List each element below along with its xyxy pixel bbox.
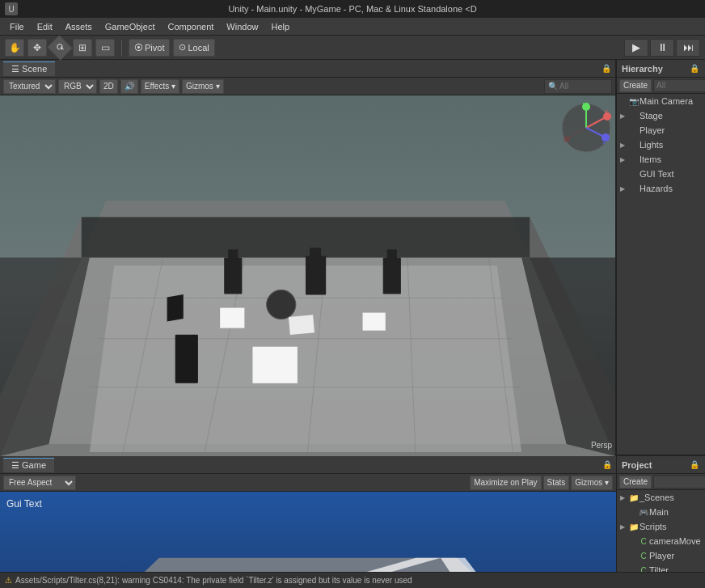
svg-rect-22 <box>383 257 401 294</box>
project-lock-icon[interactable]: 🔒 <box>689 459 700 471</box>
hierarchy-panel: Hierarchy 🔒 Create 📷 Main Camera ▶ <box>617 60 705 456</box>
tree-label: GUI Text <box>640 169 674 179</box>
folder-icon: 📁 <box>628 493 640 502</box>
scene-lock-icon[interactable]: 🔒 <box>601 63 612 74</box>
tree-item-scenes-folder[interactable]: ▶ 📁 _Scenes <box>617 490 705 505</box>
audio-toggle[interactable]: 🔊 <box>120 79 138 94</box>
tree-item-main-scene[interactable]: 🎮 Main <box>617 505 705 519</box>
color-mode-select[interactable]: RGB <box>58 79 97 94</box>
game-gizmos-btn[interactable]: Gizmos ▾ <box>571 476 613 490</box>
pause-button[interactable]: ⏸ <box>650 39 674 57</box>
step-button[interactable]: ⏭ <box>676 39 700 57</box>
hierarchy-tree: 📷 Main Camera ▶ Stage Player ▶ Lights <box>617 94 705 196</box>
local-button[interactable]: ⊙ Local <box>173 39 214 57</box>
menu-component[interactable]: Component <box>161 20 220 33</box>
search-icon: 🔍 <box>548 82 558 91</box>
tree-label: Player <box>649 551 674 561</box>
tree-item-player[interactable]: Player <box>617 123 705 137</box>
maximize-on-play-btn[interactable]: Maximize on Play <box>470 476 541 490</box>
gizmos-btn[interactable]: Gizmos ▾ <box>182 79 224 94</box>
tab-game[interactable]: ☰ Game <box>3 458 54 472</box>
folder-icon: 📁 <box>628 522 640 531</box>
main-content: ☰ Scene 🔒 Textured RGB 2D 🔊 Effects ▾ <box>0 60 705 572</box>
menu-gameobject[interactable]: GameObject <box>99 20 162 33</box>
tree-arrow: ▶ <box>620 156 628 163</box>
tree-item-hazards[interactable]: ▶ Hazards <box>617 181 705 196</box>
project-panel: Project 🔒 Create ▶ 📁 _Scenes 🎮 <box>617 456 705 577</box>
game-lock-icon[interactable]: 🔒 <box>602 459 613 471</box>
rect-tool-button[interactable]: ▭ <box>95 39 115 57</box>
hierarchy-create-btn[interactable]: Create <box>619 79 652 92</box>
svg-point-24 <box>267 290 296 319</box>
svg-rect-23 <box>387 249 397 259</box>
project-title: Project <box>622 460 652 470</box>
tree-label: Main <box>649 507 669 517</box>
persp-label: Persp <box>591 441 612 450</box>
svg-text:z: z <box>602 138 606 146</box>
pivot-button[interactable]: ⦿ Pivot <box>129 39 170 57</box>
play-button[interactable]: ▶ <box>624 39 648 57</box>
menu-window[interactable]: Window <box>220 20 264 33</box>
scene-viewport[interactable]: x y z <box>0 95 615 456</box>
tree-arrow: ▶ <box>620 523 628 531</box>
hierarchy-search-input[interactable] <box>653 79 705 92</box>
svg-rect-28 <box>252 347 297 383</box>
tree-item-player-script[interactable]: C Player <box>617 548 705 563</box>
hierarchy-title: Hierarchy <box>622 64 663 74</box>
stats-btn[interactable]: Stats <box>543 476 570 490</box>
play-controls: ▶ ⏸ ⏭ <box>624 39 700 57</box>
scene-search-input[interactable] <box>559 82 608 91</box>
gizmo-svg: x y z <box>560 102 613 154</box>
menu-help[interactable]: Help <box>264 20 296 33</box>
menu-file[interactable]: File <box>3 20 31 33</box>
hierarchy-toolbar: Create <box>617 78 705 94</box>
hand-tool-button[interactable]: ✋ <box>5 39 24 57</box>
tree-label: cameraMove <box>649 536 701 546</box>
warning-icon: ⚠ <box>5 576 12 585</box>
hierarchy-icons: 🔒 <box>689 63 700 74</box>
scale-tool-button[interactable]: ⊞ <box>73 39 92 57</box>
tree-item-scripts-folder[interactable]: ▶ 📁 Scripts <box>617 519 705 534</box>
tree-label: Player <box>640 125 665 135</box>
app-icon: U <box>5 2 18 15</box>
svg-rect-29 <box>175 335 198 383</box>
fx-toggle[interactable]: Effects ▾ <box>141 79 179 94</box>
tree-arrow: ▶ <box>620 494 628 501</box>
tree-item-camera-script[interactable]: C cameraMove <box>617 534 705 548</box>
tree-item-main-camera[interactable]: 📷 Main Camera <box>617 94 705 108</box>
tree-label: Lights <box>640 140 663 150</box>
camera-icon: 📷 <box>628 97 640 106</box>
scene-gizmo[interactable]: x y z <box>560 102 609 150</box>
svg-rect-30 <box>167 294 184 322</box>
panels-area: ☰ Scene 🔒 Textured RGB 2D 🔊 Effects ▾ <box>0 60 616 572</box>
menu-bar: File Edit Assets GameObject Component Wi… <box>0 18 705 36</box>
svg-rect-18 <box>224 257 242 294</box>
hierarchy-lock-icon[interactable]: 🔒 <box>689 63 700 74</box>
tree-item-gui-text[interactable]: GUI Text <box>617 167 705 181</box>
project-search-input[interactable] <box>653 476 705 489</box>
rotate-tool-button[interactable]: ⟳ <box>47 34 74 61</box>
svg-rect-19 <box>228 249 238 259</box>
project-create-btn[interactable]: Create <box>619 476 652 489</box>
menu-edit[interactable]: Edit <box>31 20 59 33</box>
project-toolbar: Create <box>617 474 705 490</box>
right-panel: Hierarchy 🔒 Create 📷 Main Camera ▶ <box>616 60 705 572</box>
project-tree: ▶ 📁 _Scenes 🎮 Main ▶ 📁 Scripts C <box>617 490 705 577</box>
tree-item-items[interactable]: ▶ Items <box>617 152 705 167</box>
scene-icon: 🎮 <box>638 508 649 517</box>
game-panel: ☰ Game 🔒 Free Aspect Maximize on Play St… <box>0 456 616 588</box>
game-tab-bar: ☰ Game 🔒 <box>0 456 616 474</box>
scene-search[interactable]: 🔍 <box>544 79 612 94</box>
title-bar: U Unity - Main.unity - MyGame - PC, Mac … <box>0 0 705 18</box>
tree-item-lights[interactable]: ▶ Lights <box>617 137 705 152</box>
tree-item-stage[interactable]: ▶ Stage <box>617 108 705 123</box>
game-panel-icons: 🔒 <box>602 459 613 471</box>
svg-rect-20 <box>306 256 326 294</box>
aspect-select[interactable]: Free Aspect <box>3 476 76 490</box>
2d-toggle[interactable]: 2D <box>99 79 118 94</box>
menu-assets[interactable]: Assets <box>59 20 99 33</box>
svg-text:x: x <box>605 108 608 115</box>
tab-scene[interactable]: ☰ Scene <box>3 61 55 76</box>
move-tool-button[interactable]: ✥ <box>27 39 47 57</box>
view-mode-select[interactable]: Textured <box>3 79 56 94</box>
